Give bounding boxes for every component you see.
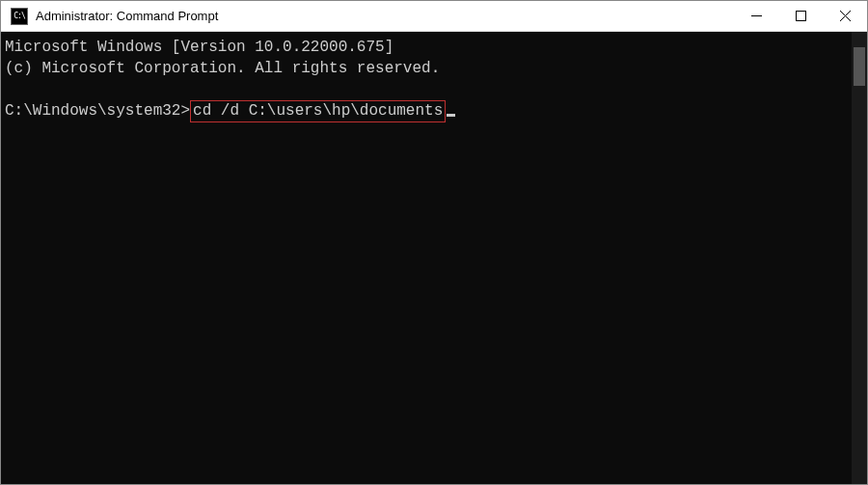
maximize-button[interactable]: [778, 1, 823, 31]
banner-line: (c) Microsoft Corporation. All rights re…: [5, 60, 440, 77]
command-highlight: cd /d C:\users\hp\documents: [190, 100, 446, 123]
scroll-thumb[interactable]: [854, 47, 865, 86]
minimize-button[interactable]: [734, 1, 778, 31]
svg-rect-1: [796, 12, 805, 21]
typed-command: cd /d C:\users\hp\documents: [193, 102, 443, 120]
terminal-output[interactable]: Microsoft Windows [Version 10.0.22000.67…: [1, 32, 852, 484]
prompt: C:\Windows\system32>: [5, 102, 190, 120]
terminal-area: Microsoft Windows [Version 10.0.22000.67…: [1, 32, 867, 484]
window-controls: [734, 1, 867, 31]
text-cursor: [447, 114, 455, 117]
app-icon: C:\: [11, 8, 28, 25]
cmd-window: C:\ Administrator: Command Prompt Micros…: [0, 0, 868, 485]
close-button[interactable]: [823, 1, 867, 31]
banner-line: Microsoft Windows [Version 10.0.22000.67…: [5, 39, 393, 56]
window-title: Administrator: Command Prompt: [36, 9, 734, 23]
titlebar[interactable]: C:\ Administrator: Command Prompt: [1, 1, 867, 32]
vertical-scrollbar[interactable]: [852, 32, 867, 484]
